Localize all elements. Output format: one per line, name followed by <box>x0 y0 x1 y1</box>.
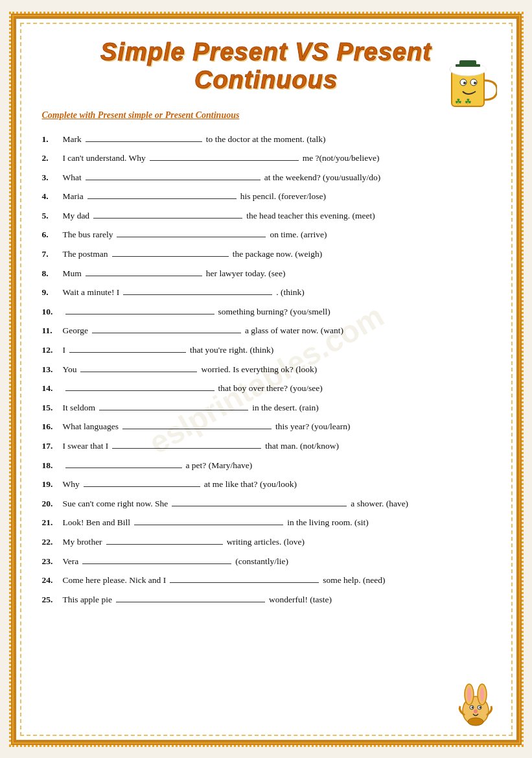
item-content: My dad the head teacher this evening. (m… <box>63 209 491 223</box>
list-item: 3. What at the weekend? (you/usually/do) <box>42 171 491 185</box>
item-text: a glass of water now. (want) <box>245 324 343 338</box>
svg-point-23 <box>468 718 483 726</box>
item-number: 9. <box>42 285 60 300</box>
item-number: 8. <box>42 266 60 281</box>
item-content: The bus rarely on time. (arrive) <box>63 228 491 242</box>
blank-field <box>170 582 319 583</box>
item-content: I can't understand. Why me ?(not/you/bel… <box>63 151 491 165</box>
item-text: Mum <box>63 266 82 281</box>
item-text: some help. (need) <box>323 573 385 587</box>
list-item: 8. Mum her lawyer today. (see) <box>42 266 491 281</box>
item-content: a pet? (Mary/have) <box>63 458 491 473</box>
item-text: My dad <box>63 209 90 223</box>
item-text: (constantly/lie) <box>235 554 288 569</box>
item-text: worried. Is everything ok? (look) <box>201 362 317 377</box>
item-content: Come here please. Nick and I some help. … <box>63 573 491 587</box>
item-number: 18. <box>42 458 60 473</box>
item-number: 19. <box>42 477 60 492</box>
item-number: 1. <box>42 132 60 147</box>
blank-field <box>82 563 231 564</box>
item-number: 11. <box>42 324 60 338</box>
item-text: I <box>63 343 66 357</box>
item-number: 14. <box>42 381 60 396</box>
blank-field <box>69 352 186 353</box>
item-text: Wait a minute! I <box>63 285 120 300</box>
item-text: The bus rarely <box>63 228 113 242</box>
list-item: 7. The postman the package now. (weigh) <box>42 247 491 261</box>
blank-field <box>65 390 214 391</box>
item-text: his pencil. (forever/lose) <box>240 189 326 204</box>
instruction-text: Complete with Present simple or Present … <box>42 110 491 121</box>
item-text: something burning? (you/smell) <box>218 305 330 319</box>
item-text: wonderful! (taste) <box>269 593 332 607</box>
item-text: her lawyer today. (see) <box>206 266 286 281</box>
item-text: writing articles. (love) <box>227 535 305 549</box>
page-title: Simple Present VS Present Continuous <box>42 38 491 94</box>
item-text: a shower. (have) <box>351 497 408 511</box>
item-number: 24. <box>42 573 60 587</box>
item-text: on time. (arrive) <box>270 228 327 242</box>
blank-field <box>87 198 237 199</box>
blank-field <box>122 429 272 429</box>
item-content: Mark to the doctor at the moment. (talk) <box>63 132 491 147</box>
blank-field <box>93 218 242 219</box>
svg-point-21 <box>479 706 481 708</box>
blank-field <box>86 276 202 276</box>
item-number: 23. <box>42 554 60 569</box>
item-content: Vera (constantly/lie) <box>63 554 491 569</box>
svg-point-22 <box>474 709 478 713</box>
list-item: 20. Sue can't come right now. She a show… <box>42 497 491 511</box>
item-text: the package now. (weigh) <box>233 247 323 261</box>
item-text: that boy over there? (you/see) <box>218 381 323 396</box>
item-text: the head teacher this evening. (meet) <box>246 209 375 223</box>
item-text: in the desert. (rain) <box>252 401 319 415</box>
blank-field <box>116 602 265 602</box>
list-item: 2. I can't understand. Why me ?(not/you/… <box>42 151 491 165</box>
blank-field <box>86 141 202 142</box>
item-text: Come here please. Nick and I <box>63 573 167 587</box>
worksheet-content: Simple Present VS Present Continuous Com… <box>42 38 491 607</box>
list-item: 14. that boy over there? (you/see) <box>42 381 491 396</box>
item-text: at me like that? (you/look) <box>204 477 297 492</box>
item-number: 25. <box>42 593 60 607</box>
item-text: Sue can't come right now. She <box>63 497 168 511</box>
blank-field <box>99 410 248 410</box>
item-number: 15. <box>42 401 60 415</box>
item-text: What <box>63 171 82 185</box>
blank-field <box>65 468 182 468</box>
item-text: This apple pie <box>63 593 112 607</box>
item-text: Vera <box>63 554 79 569</box>
blank-field <box>117 237 266 237</box>
item-content: What languages this year? (you/learn) <box>63 420 491 434</box>
item-text: a pet? (Mary/have) <box>186 458 253 473</box>
list-item: 15. It seldom in the desert. (rain) <box>42 401 491 415</box>
blank-field <box>172 506 347 506</box>
list-item: 23. Vera (constantly/lie) <box>42 554 491 569</box>
item-text: Why <box>63 477 80 492</box>
list-item: 1. Mark to the doctor at the moment. (ta… <box>42 132 491 147</box>
item-text: at the weekend? (you/usually/do) <box>264 171 381 185</box>
item-content: I that you're right. (think) <box>63 343 491 357</box>
list-item: 17. I swear that I that man. (not/know) <box>42 439 491 453</box>
item-text: You <box>63 362 77 377</box>
list-item: 22. My brother writing articles. (love) <box>42 535 491 549</box>
item-number: 6. <box>42 228 60 242</box>
item-number: 5. <box>42 209 60 223</box>
exercise-list: 1. Mark to the doctor at the moment. (ta… <box>42 132 491 607</box>
list-item: 9. Wait a minute! I . (think) <box>42 285 491 300</box>
svg-point-20 <box>471 706 473 708</box>
list-item: 11. George a glass of water now. (want) <box>42 324 491 338</box>
item-text: Mark <box>63 132 82 147</box>
blank-field <box>92 333 241 333</box>
item-content: Look! Ben and Bill in the living room. (… <box>63 515 491 530</box>
item-content: that boy over there? (you/see) <box>63 381 491 396</box>
list-item: 13. You worried. Is everything ok? (look… <box>42 362 491 377</box>
item-number: 13. <box>42 362 60 377</box>
worksheet-page: eslprintables.com ☘ ☘ <box>14 16 519 742</box>
item-text: that man. (not/know) <box>265 439 339 453</box>
item-text: It seldom <box>63 401 96 415</box>
item-text: I can't understand. Why <box>63 151 146 165</box>
item-content: Why at me like that? (you/look) <box>63 477 491 492</box>
item-text: . (think) <box>276 285 305 300</box>
blank-field <box>112 448 261 449</box>
